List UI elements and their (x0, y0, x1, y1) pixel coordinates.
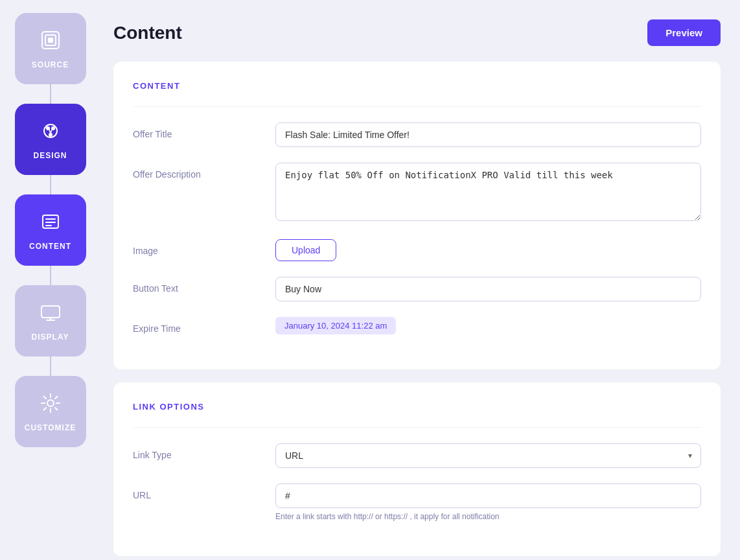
button-text-row: Button Text (133, 277, 701, 301)
sidebar-item-content[interactable]: CONTENT (15, 194, 86, 266)
svg-point-14 (47, 400, 54, 406)
sidebar-item-label-display: DISPLAY (32, 332, 69, 342)
image-row: Image Upload (133, 239, 701, 261)
link-type-select[interactable]: URL Custom (275, 443, 701, 468)
connector-3 (50, 266, 51, 285)
button-text-control (275, 277, 701, 301)
sidebar-item-label-design: DESIGN (33, 151, 67, 160)
sidebar-item-label-source: SOURCE (32, 60, 69, 69)
expire-time-row: Expire Time January 10, 2024 11:22 am (133, 317, 701, 334)
link-options-section-card: LINK OPTIONS Link Type URL Custom ▾ URL … (113, 382, 721, 556)
page-title: Content (113, 23, 182, 43)
upload-button[interactable]: Upload (275, 239, 336, 261)
offer-description-control (275, 163, 701, 224)
button-text-label: Button Text (133, 277, 262, 294)
content-icon (39, 210, 62, 237)
offer-title-input[interactable] (275, 122, 701, 147)
connector-4 (50, 356, 51, 376)
svg-rect-2 (48, 38, 53, 43)
source-icon (39, 29, 62, 55)
link-options-divider (133, 427, 701, 428)
button-text-input[interactable] (275, 277, 701, 301)
url-hint: Enter a link starts with http:// or http… (275, 512, 701, 521)
link-type-row: Link Type URL Custom ▾ (133, 443, 701, 468)
main-header: Content Preview (113, 19, 721, 46)
expire-time-control: January 10, 2024 11:22 am (275, 317, 701, 334)
offer-title-row: Offer Title (133, 122, 701, 147)
offer-title-control (275, 122, 701, 147)
preview-button[interactable]: Preview (647, 19, 721, 46)
url-row: URL Enter a link starts with http:// or … (133, 484, 701, 521)
url-input[interactable] (275, 484, 701, 508)
content-section-card: CONTENT Offer Title Offer Description Im… (113, 62, 721, 369)
sidebar-item-source[interactable]: SOURCE (15, 13, 86, 84)
image-label: Image (133, 239, 262, 256)
link-type-control: URL Custom ▾ (275, 443, 701, 468)
link-options-section-title: LINK OPTIONS (133, 402, 701, 412)
offer-title-label: Offer Title (133, 122, 262, 139)
url-label: URL (133, 484, 262, 500)
display-icon (39, 301, 62, 327)
customize-icon (39, 391, 62, 418)
offer-description-label: Offer Description (133, 163, 262, 180)
sidebar-item-customize[interactable]: CUSTOMIZE (15, 376, 86, 447)
content-divider (133, 106, 701, 107)
main-content: Content Preview CONTENT Offer Title Offe… (100, 0, 740, 560)
sidebar-item-label-customize: CUSTOMIZE (25, 423, 76, 432)
sidebar: SOURCE DESIGN CONTENT (0, 0, 100, 560)
design-icon (39, 119, 62, 146)
offer-description-textarea[interactable] (275, 163, 701, 221)
connector-2 (50, 175, 51, 194)
sidebar-item-label-content: CONTENT (29, 242, 71, 251)
expire-time-label: Expire Time (133, 317, 262, 334)
offer-description-row: Offer Description (133, 163, 701, 224)
svg-rect-11 (41, 306, 60, 318)
content-section-title: CONTENT (133, 81, 701, 91)
link-type-select-wrapper: URL Custom ▾ (275, 443, 701, 468)
sidebar-item-design[interactable]: DESIGN (15, 104, 86, 175)
connector-1 (50, 84, 51, 104)
sidebar-item-display[interactable]: DISPLAY (15, 285, 86, 356)
image-control: Upload (275, 239, 701, 261)
url-control: Enter a link starts with http:// or http… (275, 484, 701, 521)
expire-time-badge[interactable]: January 10, 2024 11:22 am (275, 317, 396, 334)
link-type-label: Link Type (133, 443, 262, 460)
